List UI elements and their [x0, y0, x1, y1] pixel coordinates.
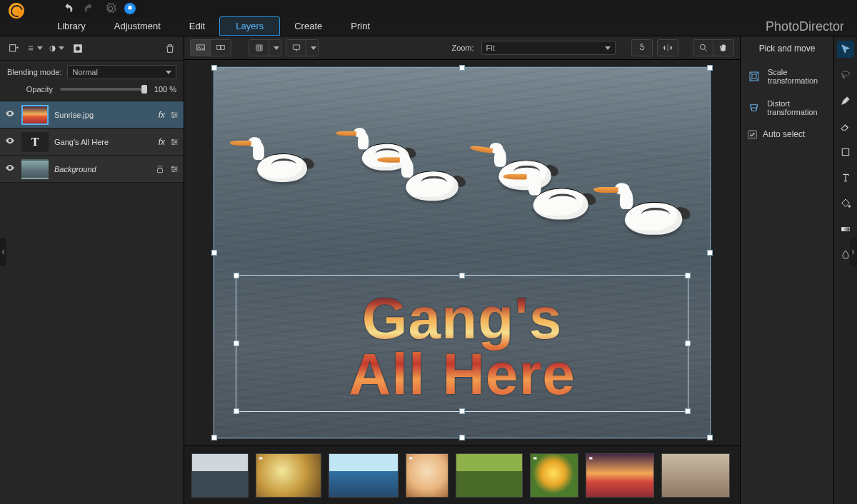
- filmstrip: [184, 445, 740, 504]
- tool-options-title: Pick and move: [745, 44, 829, 54]
- scale-label: Scale transformation: [768, 68, 826, 85]
- filmstrip-thumb[interactable]: [329, 453, 399, 498]
- tab-library[interactable]: Library: [43, 16, 100, 36]
- main-tabs: Library Adjustment Edit Layers Create Pr…: [43, 17, 384, 36]
- svg-rect-18: [293, 45, 299, 49]
- display-icon[interactable]: [286, 40, 306, 56]
- layer-thumb: T: [21, 132, 49, 152]
- scale-transformation-button[interactable]: Scale transformation: [745, 64, 829, 95]
- system-toolbar: [0, 0, 857, 17]
- svg-rect-24: [842, 227, 850, 231]
- layer-thumb: [21, 105, 49, 125]
- zoom-label: Zoom:: [451, 44, 473, 52]
- filmstrip-thumb[interactable]: [661, 453, 730, 498]
- tab-edit[interactable]: Edit: [175, 16, 219, 36]
- adjustment-layer-icon[interactable]: [49, 41, 64, 56]
- layer-options-icon[interactable]: [169, 110, 179, 120]
- filmstrip-thumb[interactable]: [191, 453, 249, 498]
- view-compare-icon[interactable]: [211, 40, 231, 56]
- blend-mode-value: Normal: [72, 68, 97, 76]
- visibility-icon[interactable]: [4, 163, 16, 175]
- auto-select-checkbox[interactable]: Auto select: [745, 126, 829, 142]
- tab-print[interactable]: Print: [336, 16, 384, 36]
- layer-row[interactable]: Sunrise.jpg fx: [0, 101, 184, 128]
- shape-tool-icon[interactable]: [837, 143, 854, 161]
- svg-point-6: [173, 116, 174, 117]
- fill-tool-icon[interactable]: [837, 195, 854, 212]
- zoom-tool-icon[interactable]: [693, 40, 713, 56]
- display-menu-icon[interactable]: [306, 40, 318, 56]
- layer-options-icon[interactable]: [169, 137, 179, 147]
- rotate-icon[interactable]: [632, 40, 652, 56]
- svg-rect-10: [158, 168, 163, 172]
- delete-layer-icon[interactable]: [162, 41, 178, 56]
- zoom-select[interactable]: Fit: [481, 41, 616, 55]
- layer-name: Sunrise.jpg: [54, 111, 153, 119]
- center-area: Zoom: Fit: [184, 36, 740, 504]
- pen-tool-icon[interactable]: [837, 92, 854, 109]
- flag-icon: [258, 455, 265, 463]
- view-mode-group: [190, 39, 231, 56]
- grid-menu-icon[interactable]: [269, 40, 281, 56]
- filmstrip-thumb[interactable]: [530, 453, 578, 498]
- filmstrip-thumb[interactable]: [586, 453, 654, 498]
- distort-label: Distort transformation: [767, 99, 826, 116]
- layer-options-icon[interactable]: [169, 164, 179, 174]
- svg-point-3: [76, 46, 81, 51]
- lock-icon[interactable]: [155, 164, 165, 174]
- blend-mode-select[interactable]: Normal: [67, 65, 176, 79]
- svg-rect-17: [221, 46, 225, 50]
- text-tool-icon[interactable]: [837, 169, 854, 186]
- vertical-toolstrip: [834, 36, 857, 504]
- canvas-viewport[interactable]: Gang'sAll Here: [184, 60, 740, 445]
- layer-menu-icon[interactable]: [27, 41, 43, 56]
- flag-icon: [532, 455, 539, 463]
- notifications-icon[interactable]: [124, 3, 136, 14]
- app-logo-icon: [9, 3, 24, 19]
- redo-icon[interactable]: [81, 1, 97, 16]
- filmstrip-thumb[interactable]: [256, 453, 321, 498]
- svg-point-23: [848, 206, 851, 208]
- tab-create[interactable]: Create: [280, 16, 336, 36]
- fx-icon[interactable]: fx: [159, 137, 165, 147]
- svg-point-19: [700, 44, 705, 49]
- layer-row[interactable]: Background: [0, 156, 184, 183]
- visibility-icon[interactable]: [4, 136, 16, 148]
- lasso-tool-icon[interactable]: [837, 66, 854, 84]
- filmstrip-thumb[interactable]: [456, 453, 523, 498]
- settings-gear-icon[interactable]: [103, 1, 119, 16]
- canvas[interactable]: Gang'sAll Here: [214, 67, 711, 438]
- tab-adjustment[interactable]: Adjustment: [100, 16, 175, 36]
- layer-thumb: [21, 159, 49, 179]
- filmstrip-thumb[interactable]: [406, 453, 448, 498]
- grid-icon[interactable]: [249, 40, 269, 56]
- svg-point-9: [173, 143, 174, 144]
- collapse-right-icon[interactable]: [850, 238, 857, 266]
- mirror-icon[interactable]: [658, 40, 678, 56]
- eraser-tool-icon[interactable]: [837, 118, 854, 135]
- collapse-left-icon[interactable]: [0, 238, 6, 266]
- selection-box[interactable]: [236, 275, 688, 412]
- move-tool-icon[interactable]: [837, 41, 854, 58]
- undo-icon[interactable]: [60, 1, 76, 16]
- tab-layers[interactable]: Layers: [219, 16, 280, 36]
- main-header: Library Adjustment Edit Layers Create Pr…: [0, 17, 857, 36]
- add-layer-icon[interactable]: [6, 41, 21, 56]
- distort-transformation-button[interactable]: Distort transformation: [745, 95, 829, 126]
- visibility-icon[interactable]: [4, 109, 16, 121]
- right-panel: Pick and move Scale transformation Disto…: [740, 36, 857, 504]
- pan-tool-icon[interactable]: [713, 40, 733, 56]
- layer-row[interactable]: T Gang's All Here fx: [0, 128, 184, 156]
- opacity-value: 100 %: [154, 85, 176, 94]
- mask-icon[interactable]: [70, 41, 86, 56]
- svg-point-8: [175, 141, 176, 142]
- gradient-tool-icon[interactable]: [837, 221, 854, 238]
- flag-icon: [408, 455, 415, 463]
- layers-panel-toolbar: [0, 36, 184, 61]
- opacity-slider[interactable]: [60, 88, 147, 91]
- fx-icon[interactable]: fx: [159, 110, 165, 120]
- blend-mode-label: Blending mode:: [7, 68, 61, 76]
- chevron-down-icon: [166, 71, 171, 74]
- view-single-icon[interactable]: [191, 40, 211, 56]
- svg-rect-22: [842, 148, 848, 155]
